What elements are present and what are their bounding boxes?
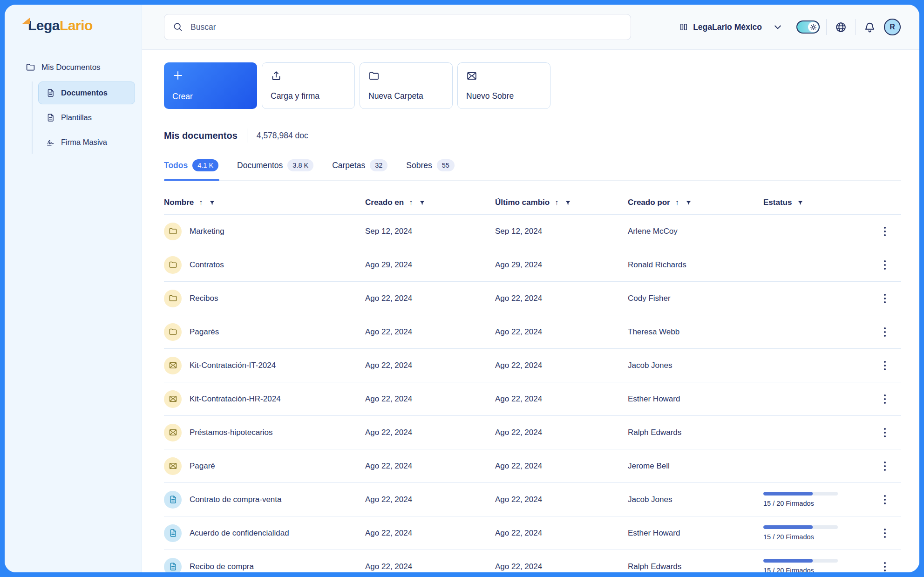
row-menu-button[interactable]: [881, 358, 889, 373]
row-menu-button[interactable]: [881, 492, 889, 507]
row-modified-date: Ago 22, 2024: [495, 361, 628, 370]
sidebar-section-label: Mis Documentos: [41, 63, 101, 72]
envelope-icon: [164, 424, 182, 441]
main-area: LegaLario México R: [142, 5, 919, 572]
tab-label: Documentos: [237, 161, 283, 170]
search-input[interactable]: [190, 22, 622, 33]
language-button[interactable]: [833, 20, 849, 35]
row-owner: Esther Howard: [628, 529, 763, 538]
table-row[interactable]: Recibo de compra Ago 22, 2024 Ago 22, 20…: [164, 550, 901, 572]
sort-asc-icon[interactable]: ↑: [554, 198, 559, 207]
sidebar-item-mis-documentos[interactable]: Mis Documentos: [5, 58, 142, 77]
column-header-creado-por: Creado por↑: [628, 198, 763, 207]
sort-asc-icon[interactable]: ↑: [198, 198, 204, 207]
progress-fill: [763, 492, 813, 496]
row-name: Kit-Contratación-IT-2024: [190, 361, 276, 370]
folder-icon: [164, 256, 182, 274]
org-switcher[interactable]: LegaLario México: [679, 22, 782, 32]
sidebar-item-label: Firma Masiva: [61, 138, 107, 147]
action-label: Nueva Carpeta: [368, 91, 444, 101]
row-menu-button[interactable]: [881, 425, 889, 440]
row-modified-date: Ago 22, 2024: [495, 462, 628, 471]
notifications-button[interactable]: [862, 20, 877, 35]
table-row[interactable]: Préstamos-hipotecarios Ago 22, 2024 Ago …: [164, 415, 901, 449]
row-owner: Ralph Edwards: [628, 562, 763, 571]
table-row[interactable]: Pagarés Ago 22, 2024 Ago 22, 2024 Theres…: [164, 315, 901, 348]
documents-table: Nombre↑Creado en↑Último cambio↑Creado po…: [164, 191, 901, 572]
sort-asc-icon[interactable]: ↑: [674, 198, 680, 207]
row-modified-date: Ago 22, 2024: [495, 495, 628, 504]
row-status: 15 / 20 Firmados: [763, 525, 868, 541]
search-icon: [173, 22, 183, 32]
table-row[interactable]: Contratos Ago 29, 2024 Ago 29, 2024 Rona…: [164, 248, 901, 281]
document-count: 4,578,984 doc: [257, 131, 308, 141]
filter-icon[interactable]: [208, 198, 217, 207]
row-created-date: Ago 22, 2024: [365, 361, 495, 370]
row-name: Préstamos-hipotecarios: [190, 428, 273, 437]
sidebar-item-documentos[interactable]: Documentos: [38, 81, 135, 104]
row-menu-button[interactable]: [881, 392, 889, 407]
row-created-date: Sep 12, 2024: [365, 227, 495, 236]
table-row[interactable]: Kit-Contratación-IT-2024 Ago 22, 2024 Ag…: [164, 348, 901, 382]
signature-progress: 15 / 20 Firmados: [763, 559, 838, 572]
tab-documentos[interactable]: Documentos3.8 K: [237, 159, 314, 180]
table-row[interactable]: Contrato de compra-venta Ago 22, 2024 Ag…: [164, 482, 901, 516]
filter-icon[interactable]: [796, 198, 805, 207]
action-nuevo-sobre-button[interactable]: Nuevo Sobre: [457, 62, 550, 109]
row-name: Contratos: [190, 260, 224, 270]
sidebar-item-plantillas[interactable]: Plantillas: [38, 106, 135, 129]
table-row[interactable]: Acuerdo de confidencialidad Ago 22, 2024…: [164, 516, 901, 550]
row-menu-button[interactable]: [881, 224, 889, 239]
action-label: Crear: [172, 92, 249, 102]
column-label: Creado por: [628, 198, 670, 207]
row-status: 15 / 20 Firmados: [763, 559, 868, 572]
filter-icon[interactable]: [418, 198, 427, 207]
tab-count-badge: 55: [437, 159, 455, 171]
table-row[interactable]: Marketing Sep 12, 2024 Sep 12, 2024 Arle…: [164, 214, 901, 248]
action-nueva-carpeta-button[interactable]: Nueva Carpeta: [360, 62, 453, 109]
row-owner: Ralph Edwards: [628, 428, 763, 437]
envelope-icon: [164, 457, 182, 475]
chevron-down-icon: [773, 22, 782, 32]
filter-icon[interactable]: [564, 198, 572, 207]
row-menu-button[interactable]: [881, 258, 889, 272]
sidebar-item-firma-masiva[interactable]: Firma Masiva: [38, 131, 135, 154]
row-status: 15 / 20 Firmados: [763, 492, 868, 507]
row-name: Recibo de compra: [190, 562, 254, 571]
filter-icon[interactable]: [684, 198, 693, 207]
user-avatar[interactable]: R: [884, 19, 901, 35]
envelope-icon: [164, 390, 182, 408]
table-row[interactable]: Pagaré Ago 22, 2024 Ago 22, 2024 Jerome …: [164, 449, 901, 482]
theme-toggle[interactable]: [796, 20, 820, 34]
row-menu-button[interactable]: [881, 325, 889, 339]
row-created-date: Ago 22, 2024: [365, 462, 495, 471]
action-crear-button[interactable]: Crear: [164, 62, 257, 109]
row-modified-date: Ago 22, 2024: [495, 327, 628, 337]
folder-icon: [26, 62, 35, 72]
row-name: Contrato de compra-venta: [190, 495, 282, 504]
table-row[interactable]: Recibos Ago 22, 2024 Ago 22, 2024 Cody F…: [164, 281, 901, 315]
column-label: Creado en: [365, 198, 404, 207]
row-menu-button[interactable]: [881, 459, 889, 474]
row-menu-button[interactable]: [881, 526, 889, 541]
sort-asc-icon[interactable]: ↑: [408, 198, 414, 207]
row-menu-button[interactable]: [881, 291, 889, 306]
search-bar[interactable]: [164, 14, 631, 40]
row-name: Pagaré: [190, 462, 215, 471]
signature-icon: [46, 138, 55, 147]
brand-text-accent: Lario: [60, 18, 93, 33]
action-carga-y-firma-button[interactable]: Carga y firma: [262, 62, 355, 109]
tab-sobres[interactable]: Sobres55: [406, 159, 455, 180]
row-name: Kit-Contratación-HR-2024: [190, 394, 281, 404]
tab-carpetas[interactable]: Carpetas32: [332, 159, 388, 180]
table-row[interactable]: Kit-Contratación-HR-2024 Ago 22, 2024 Ag…: [164, 382, 901, 415]
column-header-nombre: Nombre↑: [164, 198, 365, 207]
tab-todos[interactable]: Todos4.1 K: [164, 159, 219, 180]
bell-icon: [864, 21, 876, 33]
row-modified-date: Sep 12, 2024: [495, 227, 628, 236]
page-heading: Mis documentos 4,578,984 doc: [164, 129, 901, 143]
column-label: Estatus: [763, 198, 792, 207]
progress-fill: [763, 525, 813, 529]
row-menu-button[interactable]: [881, 559, 889, 573]
content: CrearCarga y firmaNueva CarpetaNuevo Sob…: [142, 50, 919, 572]
